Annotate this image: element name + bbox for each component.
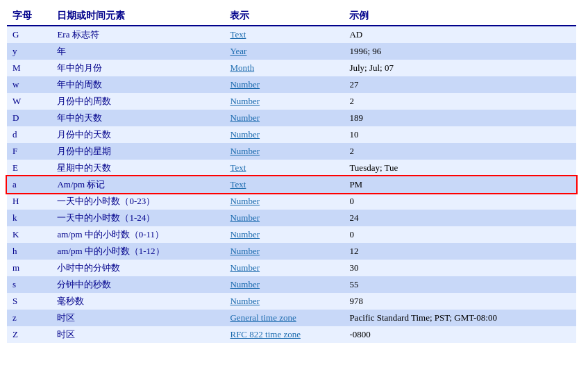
cell-representation[interactable]: Text [224,160,344,176]
cell-description: 月份中的星期 [51,143,224,160]
cell-representation[interactable]: General time zone [224,310,344,326]
representation-link[interactable]: Number [230,262,260,273]
cell-letter: y [7,43,51,60]
cell-example: 2 [344,93,576,110]
cell-example: 1996; 96 [344,43,576,60]
table-row: E星期中的天数TextTuesday; Tue [7,160,576,176]
cell-letter: d [7,126,51,143]
cell-example: 0 [344,193,576,210]
table-row: d月份中的天数Number10 [7,126,576,143]
header-letter: 字母 [7,7,51,26]
representation-link[interactable]: Number [230,212,260,223]
representation-link[interactable]: Number [230,146,260,156]
date-format-table: 字母 日期或时间元素 表示 示例 GEra 标志符TextADy年Year199… [7,7,576,343]
cell-letter: D [7,110,51,126]
cell-description: am/pm 中的小时数（1-12） [51,243,224,260]
cell-representation[interactable]: Number [224,243,344,260]
cell-description: 月份中的周数 [51,93,224,110]
cell-representation[interactable]: Number [224,110,344,126]
cell-letter: w [7,76,51,93]
cell-representation[interactable]: Number [224,226,344,243]
representation-link[interactable]: Number [230,246,260,256]
cell-description: 小时中的分钟数 [51,260,224,276]
cell-representation[interactable]: Text [224,26,344,43]
cell-letter: z [7,310,51,326]
cell-description: 时区 [51,326,224,343]
cell-representation[interactable]: Number [224,93,344,110]
representation-link[interactable]: Text [230,29,246,40]
table-row: W月份中的周数Number2 [7,93,576,110]
table-row: GEra 标志符TextAD [7,26,576,43]
cell-letter: a [7,176,51,193]
representation-link[interactable]: Month [230,62,254,73]
cell-example: 30 [344,260,576,276]
table-row: m小时中的分钟数Number30 [7,260,576,276]
representation-link[interactable]: General time zone [230,312,296,323]
table-row: D年中的天数Number189 [7,110,576,126]
cell-example: 2 [344,143,576,160]
cell-description: am/pm 中的小时数（0-11） [51,226,224,243]
cell-representation[interactable]: Text [224,176,344,193]
cell-description: 一天中的小时数（0-23） [51,193,224,210]
header-example: 示例 [344,7,576,26]
cell-example: 55 [344,276,576,293]
cell-representation[interactable]: Year [224,43,344,60]
cell-letter: Z [7,326,51,343]
representation-link[interactable]: Number [230,279,260,289]
cell-letter: W [7,93,51,110]
table-row: z时区General time zonePacific Standard Tim… [7,310,576,326]
cell-letter: E [7,160,51,176]
cell-representation[interactable]: Number [224,126,344,143]
cell-example: 27 [344,76,576,93]
table-row: w年中的周数Number27 [7,76,576,93]
cell-example: 10 [344,126,576,143]
table-row: F月份中的星期Number2 [7,143,576,160]
table-row: k一天中的小时数（1-24）Number24 [7,210,576,226]
cell-representation[interactable]: Number [224,260,344,276]
cell-letter: F [7,143,51,160]
cell-representation[interactable]: Number [224,193,344,210]
representation-link[interactable]: RFC 822 time zone [230,329,300,339]
cell-letter: G [7,26,51,43]
cell-representation[interactable]: Month [224,60,344,76]
cell-representation[interactable]: Number [224,210,344,226]
cell-representation[interactable]: Number [224,276,344,293]
cell-description: 年中的月份 [51,60,224,76]
cell-letter: h [7,243,51,260]
representation-link[interactable]: Number [230,79,260,90]
representation-link[interactable]: Year [230,46,246,56]
cell-example: Tuesday; Tue [344,160,576,176]
table-row: M年中的月份MonthJuly; Jul; 07 [7,60,576,76]
representation-link[interactable]: Number [230,96,260,106]
cell-example: 978 [344,293,576,310]
cell-example: AD [344,26,576,43]
representation-link[interactable]: Number [230,112,260,123]
header-representation: 表示 [224,7,344,26]
table-row: H一天中的小时数（0-23）Number0 [7,193,576,210]
representation-link[interactable]: Number [230,296,260,306]
cell-description: 毫秒数 [51,293,224,310]
table-header-row: 字母 日期或时间元素 表示 示例 [7,7,576,26]
cell-description: 一天中的小时数（1-24） [51,210,224,226]
representation-link[interactable]: Number [230,129,260,140]
representation-link[interactable]: Number [230,196,260,206]
cell-representation[interactable]: Number [224,76,344,93]
table-row: y年Year1996; 96 [7,43,576,60]
cell-letter: S [7,293,51,310]
cell-representation[interactable]: Number [224,293,344,310]
representation-link[interactable]: Text [230,162,246,173]
cell-letter: M [7,60,51,76]
cell-representation[interactable]: RFC 822 time zone [224,326,344,343]
cell-description: Am/pm 标记 [51,176,224,193]
cell-description: 年中的周数 [51,76,224,93]
cell-letter: H [7,193,51,210]
cell-description: 时区 [51,310,224,326]
cell-letter: s [7,276,51,293]
table-row: Kam/pm 中的小时数（0-11）Number0 [7,226,576,243]
cell-description: 年 [51,43,224,60]
cell-letter: K [7,226,51,243]
cell-example: Pacific Standard Time; PST; GMT-08:00 [344,310,576,326]
representation-link[interactable]: Text [230,179,246,190]
cell-representation[interactable]: Number [224,143,344,160]
representation-link[interactable]: Number [230,229,260,239]
